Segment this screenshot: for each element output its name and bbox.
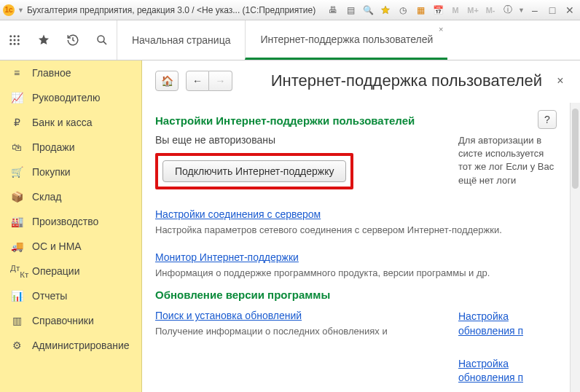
sidebar-item-assets[interactable]: 🚚 ОС и НМА <box>0 234 141 259</box>
doc-icon[interactable]: ▤ <box>343 4 358 17</box>
sidebar-item-reports[interactable]: 📊 Отчеты <box>0 283 141 308</box>
factory-icon: 🏭 <box>10 216 23 227</box>
search-icon[interactable] <box>87 20 117 60</box>
clock-icon[interactable]: ◷ <box>396 4 410 17</box>
m-icon[interactable]: M <box>448 4 463 17</box>
apps-grid-icon[interactable] <box>0 20 29 60</box>
link-search-updates[interactable]: Поиск и установка обновлений <box>155 310 302 322</box>
truck-icon: 🚚 <box>10 240 23 252</box>
sidebar-item-label: Администрирование <box>32 340 130 351</box>
sidebar-item-label: Продажи <box>32 141 74 153</box>
sidebar-item-main[interactable]: ≡ Главное <box>0 60 141 85</box>
sidebar-item-bank[interactable]: ₽ Банк и касса <box>0 110 141 135</box>
link-connection-settings[interactable]: Настройки соединения с сервером <box>155 208 321 221</box>
m-plus-icon[interactable]: M+ <box>466 4 480 17</box>
sidebar-item-label: ОС и НМА <box>32 240 82 252</box>
link-update-config-1[interactable]: Настройка обновления п <box>458 310 557 339</box>
main-area: ≡ Главное 📈 Руководителю ₽ Банк и касса … <box>0 60 580 392</box>
maximize-icon[interactable]: □ <box>545 4 560 17</box>
window-titlebar: 1c ▼ Бухгалтерия предприятия, редакция 3… <box>0 0 580 20</box>
svg-line-10 <box>103 42 106 44</box>
help-button[interactable]: ? <box>538 110 557 129</box>
report-icon: 📊 <box>10 290 23 302</box>
section-settings-title: Настройки Интернет-поддержки пользовател… <box>155 114 538 127</box>
sidebar-item-label: Операции <box>32 265 80 277</box>
content-header: 🏠 ← → Интернет-поддержка пользователей × <box>142 60 580 95</box>
connect-support-button[interactable]: Подключить Интернет-поддержку <box>162 160 346 182</box>
sidebar-item-label: Руководителю <box>32 92 100 103</box>
ops-icon: ДтКт <box>10 263 23 279</box>
desc-search-updates: Получение информации о последних обновле… <box>155 325 439 338</box>
link-update-config-2[interactable]: Настройка обновления п <box>458 357 557 386</box>
sidebar-item-label: Покупки <box>32 166 71 178</box>
close-window-icon[interactable]: ✕ <box>563 4 577 17</box>
calc-icon[interactable]: ▦ <box>413 4 428 17</box>
sidebar-item-manager[interactable]: 📈 Руководителю <box>0 85 141 110</box>
tab-close-icon[interactable]: × <box>439 25 443 34</box>
tab-label: Интернет-поддержка пользователей <box>260 34 433 45</box>
svg-point-3 <box>9 39 12 42</box>
m-minus-icon[interactable]: M- <box>483 4 498 17</box>
scrollbar[interactable] <box>570 103 580 392</box>
svg-point-5 <box>17 39 20 42</box>
sidebar-item-label: Банк и касса <box>32 117 92 128</box>
top-toolbar: Начальная страница Интернет-поддержка по… <box>0 20 580 60</box>
bag-icon: 🛍 <box>10 141 23 153</box>
highlight-frame: Подключить Интернет-поддержку <box>155 153 353 189</box>
svg-point-2 <box>17 35 20 37</box>
content-body: Настройки Интернет-поддержки пользовател… <box>142 103 570 392</box>
sidebar-item-operations[interactable]: ДтКт Операции <box>0 259 141 283</box>
calendar-icon[interactable]: 📅 <box>431 4 445 17</box>
desc-support-monitor: Информация о поддержке программного прод… <box>155 267 557 280</box>
auth-status-text: Вы еще не авторизованы <box>155 134 439 146</box>
sidebar-item-warehouse[interactable]: 📦 Склад <box>0 184 141 209</box>
gear-icon: ⚙ <box>10 340 23 351</box>
svg-point-0 <box>9 35 12 37</box>
sidebar-item-label: Главное <box>32 67 71 79</box>
info-icon[interactable]: ⓘ <box>501 4 515 17</box>
box-icon: 📦 <box>10 191 23 203</box>
sidebar-item-label: Справочники <box>32 315 94 326</box>
svg-point-1 <box>14 35 16 37</box>
sidebar-item-sales[interactable]: 🛍 Продажи <box>0 135 141 160</box>
star-outline-icon[interactable] <box>29 20 58 60</box>
svg-point-9 <box>98 36 104 42</box>
sidebar-item-production[interactable]: 🏭 Производство <box>0 209 141 234</box>
auth-hint-text: Для авторизации в систе используется тот… <box>458 134 557 203</box>
sidebar-item-admin[interactable]: ⚙ Администрирование <box>0 333 141 358</box>
sidebar-item-label: Отчеты <box>32 290 67 302</box>
history-icon[interactable] <box>58 20 87 60</box>
svg-point-6 <box>9 43 12 45</box>
close-page-icon[interactable]: × <box>554 74 567 87</box>
ruble-icon: ₽ <box>10 117 23 128</box>
app-icon: 1c <box>3 4 15 16</box>
section-update-title: Обновление версии программы <box>155 289 557 301</box>
cart-icon: 🛒 <box>10 166 23 178</box>
page-title: Интернет-поддержка пользователей <box>240 71 542 90</box>
forward-button[interactable]: → <box>209 71 232 91</box>
svg-point-8 <box>17 43 20 45</box>
home-button[interactable]: 🏠 <box>155 71 179 91</box>
back-button[interactable]: ← <box>186 71 209 91</box>
link-support-monitor[interactable]: Монитор Интернет-поддержки <box>155 251 299 264</box>
sidebar: ≡ Главное 📈 Руководителю ₽ Банк и касса … <box>0 60 142 392</box>
search-small-icon[interactable]: 🔍 <box>361 4 375 17</box>
print-icon[interactable]: 🖶 <box>326 4 340 17</box>
tab-home[interactable]: Начальная страница <box>117 20 245 60</box>
sidebar-item-purchases[interactable]: 🛒 Покупки <box>0 160 141 184</box>
window-title: Бухгалтерия предприятия, редакция 3.0 / … <box>27 5 316 15</box>
favorite-icon[interactable] <box>378 4 393 17</box>
scrollbar-thumb[interactable] <box>572 109 579 189</box>
content-pane: 🏠 ← → Интернет-поддержка пользователей ×… <box>142 60 580 392</box>
sidebar-item-reference[interactable]: ▥ Справочники <box>0 308 141 333</box>
dropdown-icon[interactable]: ▼ <box>17 7 24 14</box>
minimize-icon[interactable]: – <box>528 4 542 17</box>
info-dropdown-icon[interactable]: ▼ <box>518 7 525 14</box>
chart-icon: 📈 <box>10 92 23 103</box>
menu-icon: ≡ <box>10 67 23 79</box>
svg-point-7 <box>14 43 16 45</box>
book-icon: ▥ <box>10 315 23 326</box>
tab-internet-support[interactable]: Интернет-поддержка пользователей × <box>245 20 447 60</box>
sidebar-item-label: Склад <box>32 191 62 203</box>
desc-connection-settings: Настройка параметров сетевого соединения… <box>155 224 557 237</box>
